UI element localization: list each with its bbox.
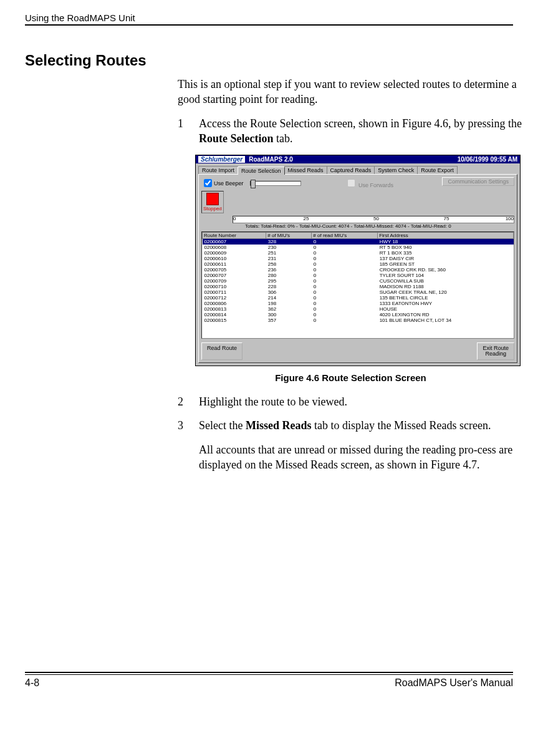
step-1: 1 Access the Route Selection screen, sho… <box>178 116 524 147</box>
table-row[interactable]: 020008133620HOUSE <box>203 306 514 312</box>
tab-route-import[interactable]: Route Import <box>198 166 238 174</box>
table-row[interactable]: 020006092510RT 1 BOX 335 <box>203 250 514 256</box>
table-cell: 185 GREEN ST <box>378 261 514 267</box>
use-forwards-checkbox <box>347 179 355 187</box>
table-row[interactable]: 020007052360CROOKED CRK RD. SE, 360 <box>203 267 514 273</box>
table-cell: 0 <box>312 245 378 250</box>
step-3-text-a: Select the <box>199 419 246 432</box>
table-cell: 02000710 <box>203 284 266 289</box>
col-read-miu[interactable]: # of read MIU's <box>312 233 378 239</box>
tick-0: 0 <box>233 216 236 221</box>
table-cell: 300 <box>266 312 312 317</box>
stop-icon <box>206 193 219 205</box>
table-cell: TYLER SOURT 104 <box>378 273 514 278</box>
table-cell: 228 <box>266 284 312 289</box>
table-cell: 02000610 <box>203 256 266 261</box>
tick-50: 50 <box>373 216 379 221</box>
table-cell: 02000611 <box>203 261 266 267</box>
table-row[interactable]: 020008153570101 BLUE BRANCH CT, LOT 34 <box>203 317 514 323</box>
table-cell: 4020 LEXINGTON RD <box>378 312 514 317</box>
table-cell: 0 <box>312 306 378 312</box>
table-cell: 328 <box>266 239 312 245</box>
step-2-number: 2 <box>178 394 199 409</box>
col-miu-count[interactable]: # of MIU's <box>266 233 312 239</box>
table-cell: 0 <box>312 289 378 295</box>
col-first-address[interactable]: First Address <box>378 233 514 239</box>
table-cell: 135 BETHEL CIRCLE <box>378 295 514 301</box>
table-row[interactable]: 020007102280MADISON RD 1188 <box>203 284 514 289</box>
running-head: Using the RoadMAPS Unit <box>25 12 513 24</box>
table-cell: 137 DAISY CIR <box>378 256 514 261</box>
table-row[interactable]: 020007122140135 BETHEL CIRCLE <box>203 295 514 301</box>
table-row[interactable]: 020007113060SUGAR CEEK TRAIL NE, 120 <box>203 289 514 295</box>
table-row[interactable]: 020007092950CUSCOWILLA SUB <box>203 278 514 284</box>
table-row[interactable]: 0200080619801333 EATONTON HWY <box>203 301 514 306</box>
header-rule <box>25 24 513 26</box>
table-cell: 198 <box>266 301 312 306</box>
table-cell: SUGAR CEEK TRAIL NE, 120 <box>378 289 514 295</box>
step-2-text: Highlight the route to be viewed. <box>199 394 347 409</box>
app-title: RoadMAPS 2.0 <box>249 156 293 163</box>
table-row[interactable]: 0200081430004020 LEXINGTON RD <box>203 312 514 317</box>
screenshot-window: Schlumberger RoadMAPS 2.0 10/06/1999 09:… <box>195 155 521 366</box>
tab-system-check[interactable]: System Check <box>374 166 418 174</box>
table-cell: 0 <box>312 278 378 284</box>
table-cell: 357 <box>266 317 312 323</box>
table-cell: 101 BLUE BRANCH CT, LOT 34 <box>378 317 514 323</box>
step-3-follow: All accounts that are unread or missed d… <box>199 442 524 473</box>
table-cell: 280 <box>266 273 312 278</box>
table-row[interactable]: 020006082300RT 5 BOX 940 <box>203 245 514 250</box>
table-row[interactable]: 020006112580185 GREEN ST <box>203 261 514 267</box>
titlebar: Schlumberger RoadMAPS 2.0 10/06/1999 09:… <box>196 155 520 163</box>
table-cell: 306 <box>266 289 312 295</box>
table-cell: 02000814 <box>203 312 266 317</box>
step-1-text-c: tab. <box>273 132 292 145</box>
table-row[interactable]: 020006102310137 DAISY CIR <box>203 256 514 261</box>
exit-route-reading-button[interactable]: Exit Route Reading <box>477 342 514 360</box>
col-route-number[interactable]: Route Number <box>203 233 266 239</box>
table-cell: HOUSE <box>378 306 514 312</box>
table-cell: 1333 EATONTON HWY <box>378 301 514 306</box>
brand-logo: Schlumberger <box>198 156 245 163</box>
tab-missed-reads[interactable]: Missed Reads <box>284 166 327 174</box>
table-cell: 02000608 <box>203 245 266 250</box>
tab-captured-reads[interactable]: Captured Reads <box>327 166 375 174</box>
route-table[interactable]: Route Number # of MIU's # of read MIU's … <box>201 231 514 339</box>
manual-title: RoadMAPS User's Manual <box>395 677 513 689</box>
beeper-slider[interactable] <box>250 181 301 186</box>
table-row[interactable]: 020007072800TYLER SOURT 104 <box>203 273 514 278</box>
footer-rule-top <box>25 672 513 673</box>
table-cell: 251 <box>266 250 312 256</box>
use-forwards-label: Use Forwards <box>358 182 393 188</box>
totals-label: Totals: <box>245 223 259 229</box>
table-cell: 02000813 <box>203 306 266 312</box>
totals-text: Total-Read: 0% - Total-MIU-Count: 4074 -… <box>261 223 451 229</box>
step-2: 2 Highlight the route to be viewed. <box>178 394 524 409</box>
progress-bar: 0 25 50 75 100 <box>233 216 514 223</box>
timestamp: 10/06/1999 09:55 AM <box>458 156 517 163</box>
table-cell: MADISON RD 1188 <box>378 284 514 289</box>
table-cell: 214 <box>266 295 312 301</box>
step-3-text-c: tab to display the Missed Reads screen. <box>312 419 491 432</box>
table-cell: 02000815 <box>203 317 266 323</box>
use-beeper-label: Use Beeper <box>214 180 244 187</box>
tab-route-export[interactable]: Route Export <box>417 166 458 174</box>
table-cell: 0 <box>312 312 378 317</box>
tab-bar: Route Import Route Selection Missed Read… <box>198 166 517 174</box>
table-cell: 02000709 <box>203 278 266 284</box>
tab-route-selection[interactable]: Route Selection <box>238 167 285 175</box>
table-cell: 258 <box>266 261 312 267</box>
read-route-button[interactable]: Read Route <box>201 342 243 360</box>
intro-paragraph: This is an optional step if you want to … <box>178 77 524 107</box>
step-3: 3 Select the Missed Reads tab to display… <box>178 418 524 433</box>
table-cell: CUSCOWILLA SUB <box>378 278 514 284</box>
figure-caption: Figure 4.6 Route Selection Screen <box>178 372 524 383</box>
stopped-label: Stopped <box>203 206 222 211</box>
table-row[interactable]: 020006073280HWY 18 <box>203 239 514 245</box>
tick-100: 100 <box>506 216 514 221</box>
section-heading: Selecting Routes <box>25 52 513 69</box>
table-cell: 02000712 <box>203 295 266 301</box>
use-beeper-checkbox[interactable] <box>204 179 212 187</box>
step-1-bold: Route Selection <box>199 132 273 145</box>
comm-settings-button[interactable]: Communication Settings <box>442 177 514 186</box>
